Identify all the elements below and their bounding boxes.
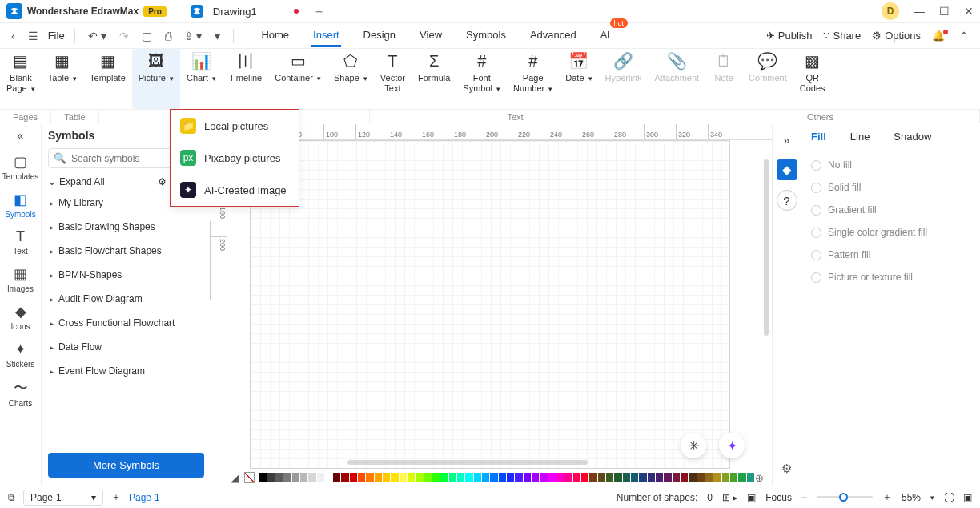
color-swatch[interactable]: [267, 473, 275, 482]
color-swatch[interactable]: [375, 473, 382, 482]
color-swatch[interactable]: [631, 473, 638, 482]
color-swatch[interactable]: [317, 473, 324, 482]
color-swatch[interactable]: [713, 473, 721, 482]
color-swatch[interactable]: [358, 473, 365, 482]
color-swatch[interactable]: [623, 473, 630, 482]
color-swatch[interactable]: [440, 473, 448, 482]
nav-templates[interactable]: ▢Templates: [2, 148, 39, 186]
color-swatch[interactable]: [738, 473, 745, 482]
collapse-ribbon-button[interactable]: ⌃: [956, 28, 972, 44]
ribbon-chart[interactable]: 📊Chart ▾: [180, 49, 223, 109]
ribbon-qr-codes[interactable]: ▩QRCodes: [793, 49, 832, 109]
dropdown-item-local-pictures[interactable]: 📁Local pictures: [171, 110, 299, 142]
add-page-button[interactable]: ＋: [111, 490, 121, 504]
save-button[interactable]: ▢: [139, 28, 155, 44]
color-swatch[interactable]: [507, 473, 514, 482]
color-swatch[interactable]: [449, 473, 456, 482]
color-swatch[interactable]: [589, 473, 596, 482]
symbol-category[interactable]: ▸Basic Flowchart Shapes: [48, 239, 204, 263]
ribbon-container[interactable]: ▭Container ▾: [268, 49, 327, 109]
settings-button[interactable]: ⚙: [777, 458, 797, 479]
zoom-level[interactable]: 55%: [902, 492, 921, 503]
color-swatch[interactable]: [308, 473, 315, 482]
color-swatch[interactable]: [689, 473, 696, 482]
dropdown-item-pixabay-pictures[interactable]: pxPixabay pictures: [171, 142, 299, 174]
color-swatch[interactable]: [350, 473, 357, 482]
ribbon-font-symbol[interactable]: #FontSymbol ▾: [456, 49, 507, 109]
fill-option[interactable]: Gradient fill: [811, 199, 970, 221]
eyedropper-icon[interactable]: ◢: [231, 472, 239, 484]
menu-tab-home[interactable]: Home: [259, 25, 291, 47]
color-swatch[interactable]: [474, 473, 481, 482]
color-swatch[interactable]: [391, 473, 398, 482]
symbol-category[interactable]: ▸Basic Drawing Shapes: [48, 215, 204, 239]
color-swatch[interactable]: [573, 473, 580, 482]
symbol-category[interactable]: ▸Cross Functional Flowchart: [48, 311, 204, 335]
nav-text[interactable]: TText: [2, 224, 39, 260]
format-tab-shadow[interactable]: Shadow: [894, 131, 931, 143]
color-swatch[interactable]: [747, 473, 754, 482]
fullscreen-button[interactable]: ▣: [963, 492, 972, 503]
color-swatch[interactable]: [606, 473, 613, 482]
color-swatch[interactable]: [408, 473, 415, 482]
expand-right-button[interactable]: »: [777, 129, 797, 150]
color-swatch[interactable]: [333, 473, 340, 482]
nav-icons[interactable]: ◆Icons: [2, 298, 39, 336]
ribbon-blank-page[interactable]: ▤BlankPage ▾: [0, 49, 42, 109]
color-swatch[interactable]: [283, 473, 291, 482]
symbol-category[interactable]: ▸Audit Flow Diagram: [48, 287, 204, 311]
no-color-swatch[interactable]: [244, 472, 255, 483]
add-color-button[interactable]: ⊕: [755, 472, 764, 484]
new-tab-button[interactable]: ＋: [313, 4, 325, 19]
menu-tab-insert[interactable]: Insert: [311, 25, 341, 47]
menu-tab-design[interactable]: Design: [362, 25, 397, 47]
symbol-category[interactable]: ▸Event Flow Diagram: [48, 359, 204, 383]
minimize-button[interactable]: ―: [914, 5, 925, 18]
zoom-out-button[interactable]: −: [801, 492, 807, 503]
ribbon-vector-text[interactable]: TVectorText: [374, 49, 412, 109]
menu-tab-ai[interactable]: AIhot: [599, 25, 612, 47]
menu-tab-symbols[interactable]: Symbols: [464, 25, 508, 47]
color-swatch[interactable]: [424, 473, 432, 482]
fill-option[interactable]: Single color gradient fill: [811, 221, 970, 244]
page-selector[interactable]: Page-1▾: [23, 490, 103, 506]
color-swatch[interactable]: [648, 473, 655, 482]
ribbon-formula[interactable]: ΣFormula: [412, 49, 456, 109]
grid-icon[interactable]: ⊞ ▸: [722, 492, 737, 503]
help-button[interactable]: ?: [777, 190, 797, 211]
color-swatch[interactable]: [673, 473, 680, 482]
color-swatch[interactable]: [490, 473, 497, 482]
nav-charts[interactable]: 〜Charts: [2, 373, 39, 413]
canvas-scrollbar-v[interactable]: [764, 159, 769, 336]
color-swatch[interactable]: [540, 473, 547, 482]
collapse-nav-button[interactable]: «: [18, 129, 24, 142]
color-swatch[interactable]: [499, 473, 506, 482]
drawing-canvas[interactable]: [250, 140, 730, 469]
nav-symbols[interactable]: ◧Symbols: [2, 186, 39, 224]
color-swatch[interactable]: [432, 473, 440, 482]
color-swatch[interactable]: [556, 473, 564, 482]
ribbon-table[interactable]: ▦Table ▾: [42, 49, 83, 109]
symbol-category[interactable]: ▸Data Flow: [48, 335, 204, 359]
undo-button[interactable]: ↶ ▾: [85, 28, 110, 44]
expand-all-button[interactable]: ⌄Expand All: [48, 176, 105, 187]
nav-images[interactable]: ▦Images: [2, 260, 39, 298]
canvas-scrollbar-h[interactable]: [347, 460, 588, 465]
color-swatch[interactable]: [366, 473, 373, 482]
fill-option[interactable]: Pattern fill: [811, 244, 970, 266]
zoom-slider[interactable]: [817, 496, 873, 498]
color-swatch[interactable]: [564, 473, 572, 482]
fill-option[interactable]: No fill: [811, 154, 970, 176]
ribbon-shape[interactable]: ⬠Shape ▾: [327, 49, 374, 109]
file-menu[interactable]: File: [48, 30, 65, 42]
back-button[interactable]: ‹: [8, 28, 18, 44]
color-swatch[interactable]: [300, 473, 307, 482]
color-swatch[interactable]: [465, 473, 472, 482]
menu-tab-view[interactable]: View: [418, 25, 444, 47]
format-tab-fill[interactable]: Fill: [811, 131, 826, 143]
user-avatar[interactable]: D: [882, 2, 899, 20]
color-swatch[interactable]: [730, 473, 737, 482]
symbol-category[interactable]: ▸BPMN-Shapes: [48, 263, 204, 287]
options-button[interactable]: ⚙Options: [872, 30, 921, 42]
canvas-tool-1[interactable]: ✳: [681, 433, 706, 458]
